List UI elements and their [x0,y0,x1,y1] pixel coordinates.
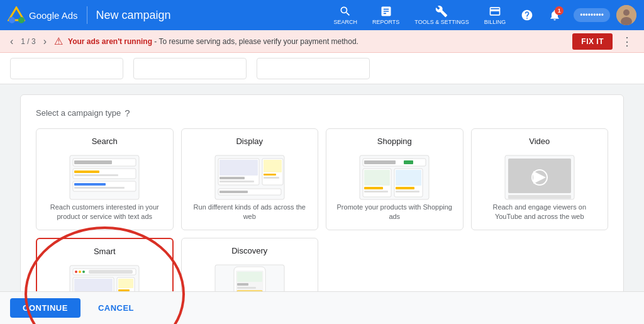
section-title-text: Select a campaign type [36,108,121,118]
svg-rect-22 [264,174,276,176]
shopping-card-title: Shopping [377,137,412,146]
alert-message: Your ads aren't running - To resume serv… [68,37,567,46]
svg-rect-12 [73,181,136,191]
continue-button[interactable]: CONTINUE [10,298,80,318]
svg-rect-17 [219,160,258,176]
account-selector[interactable]: ••••••••• [574,8,610,22]
svg-rect-31 [364,170,390,186]
prev-card-2 [133,58,247,79]
search-card-desc: Reach customers interested in your produ… [44,203,165,222]
svg-rect-11 [74,174,118,176]
fix-it-button[interactable]: FIX IT [572,33,613,50]
svg-rect-51 [74,279,113,291]
campaign-card-display[interactable]: Display Run different kinds of ads acros… [181,128,319,230]
campaign-card-search[interactable]: Search Reach customers interested in you… [36,128,174,230]
svg-rect-43 [508,195,571,199]
svg-rect-2 [9,17,15,23]
svg-rect-64 [237,272,262,282]
search-nav-label: SEARCH [333,19,357,25]
cancel-button[interactable]: CANCEL [88,298,144,318]
svg-rect-33 [364,191,388,193]
svg-point-47 [79,271,81,273]
more-options-icon[interactable]: ⋮ [618,33,636,50]
nav-right-actions: SEARCH REPORTS TOOLS & SETTINGS BILLING … [327,3,636,28]
video-card-title: Video [529,137,550,146]
video-card-desc: Reach and engage viewers on YouTube and … [479,203,601,222]
svg-rect-9 [73,169,136,179]
campaign-card-video[interactable]: Video Reach and engage viewers on YouTub… [471,128,609,230]
display-illustration [212,152,287,203]
prev-arrow[interactable]: ‹ [8,35,16,48]
logo-area[interactable]: Google Ads [8,6,78,24]
video-illustration [502,152,577,203]
avatar-image [616,5,636,25]
tools-icon [435,5,448,18]
svg-rect-8 [74,160,112,164]
prev-card-1 [10,58,123,79]
svg-point-48 [82,271,85,273]
top-navigation: Google Ads New campaign SEARCH REPORTS T… [0,0,644,30]
svg-rect-36 [396,187,414,189]
search-icon [339,5,352,18]
alert-icon: ⚠ [54,35,63,47]
svg-rect-10 [74,170,99,173]
section-title-area: Select a campaign type ? [36,108,608,118]
svg-rect-14 [74,187,125,189]
svg-rect-29 [404,160,413,164]
main-content: Select a campaign type ? Search Rea [0,53,644,324]
svg-rect-32 [364,187,383,189]
notification-badge: 1 [555,6,564,15]
svg-point-46 [75,271,77,273]
svg-rect-56 [118,279,133,288]
svg-rect-25 [219,191,248,193]
billing-icon [489,5,501,18]
campaign-card-shopping[interactable]: Shopping Promote your products with Shop… [326,128,464,230]
shopping-card-desc: Promote your products with Shopping ads [334,203,455,222]
svg-point-1 [18,17,25,23]
alert-bold-text: Your ads aren't running [68,37,152,46]
help-icon [521,9,533,21]
search-nav-button[interactable]: SEARCH [327,3,364,28]
svg-rect-18 [219,177,245,179]
svg-rect-49 [89,270,133,274]
tools-nav-label: TOOLS & SETTINGS [414,19,469,25]
billing-nav-label: BILLING [484,19,506,25]
app-name: Google Ads [29,10,78,21]
display-card-title: Display [236,137,263,146]
svg-point-4 [623,9,630,16]
discovery-card-title: Discovery [231,246,267,255]
page-indicator: 1 / 3 [21,37,35,46]
alert-navigation: ‹ 1 / 3 › [8,35,49,48]
notifications-button[interactable]: 1 [542,6,567,24]
reports-icon [380,5,392,18]
reports-nav-label: REPORTS [372,19,399,25]
previous-step-strip [0,53,644,84]
help-tooltip-icon[interactable]: ? [125,108,130,118]
bottom-action-bar: CONTINUE CANCEL [0,291,644,324]
reports-nav-button[interactable]: REPORTS [366,3,406,28]
search-card-title: Search [92,137,118,146]
alert-bar: ‹ 1 / 3 › ⚠ Your ads aren't running - To… [0,30,644,53]
svg-rect-37 [396,191,419,193]
page-title: New campaign [96,9,171,22]
svg-rect-23 [264,177,279,179]
svg-rect-19 [219,181,254,182]
svg-rect-21 [264,160,282,172]
svg-rect-66 [237,287,256,289]
search-illustration [67,152,142,203]
svg-rect-65 [237,283,248,286]
help-nav-button[interactable] [514,6,540,24]
google-ads-logo-icon [8,6,25,24]
svg-rect-35 [396,170,421,186]
alert-rest-text: - To resume serving ads, please verify y… [152,37,358,46]
svg-rect-28 [364,160,396,164]
user-avatar[interactable] [616,5,636,25]
next-arrow[interactable]: › [41,35,49,48]
display-card-desc: Run different kinds of ads across the we… [189,203,311,222]
campaign-type-section: Select a campaign type ? Search Rea [20,94,624,324]
svg-rect-13 [74,183,106,186]
billing-nav-button[interactable]: BILLING [478,3,513,28]
tools-nav-button[interactable]: TOOLS & SETTINGS [408,3,475,28]
prev-card-3 [257,58,370,79]
smart-card-title: Smart [94,247,116,256]
